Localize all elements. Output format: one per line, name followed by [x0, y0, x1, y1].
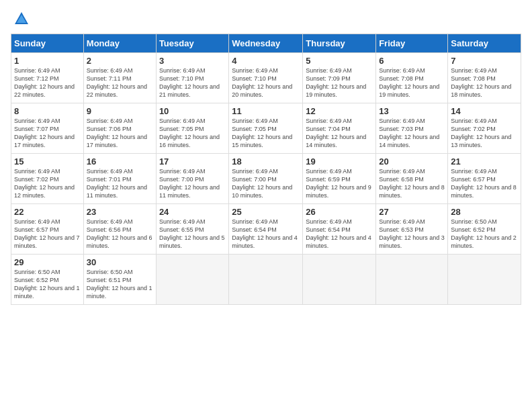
day-detail: Sunrise: 6:49 AMSunset: 7:11 PMDaylight:…: [87, 66, 153, 99]
day-detail: Sunrise: 6:49 AMSunset: 7:00 PMDaylight:…: [232, 167, 300, 200]
calendar-cell: 27Sunrise: 6:49 AMSunset: 6:53 PMDayligh…: [376, 204, 448, 255]
calendar-cell: 22Sunrise: 6:49 AMSunset: 6:57 PMDayligh…: [11, 204, 84, 255]
day-number: 22: [14, 207, 81, 217]
day-number: 10: [159, 106, 226, 116]
calendar-cell: 7Sunrise: 6:49 AMSunset: 7:08 PMDaylight…: [448, 53, 521, 103]
day-number: 1: [14, 56, 81, 66]
day-number: 15: [14, 156, 81, 167]
day-detail: Sunrise: 6:49 AMSunset: 7:09 PMDaylight:…: [306, 66, 373, 99]
day-detail: Sunrise: 6:49 AMSunset: 7:08 PMDaylight:…: [451, 66, 518, 99]
day-number: 9: [87, 106, 153, 116]
calendar-cell: 4Sunrise: 6:49 AMSunset: 7:10 PMDaylight…: [229, 53, 303, 103]
logo: [11, 11, 31, 27]
calendar-cell: 18Sunrise: 6:49 AMSunset: 7:00 PMDayligh…: [229, 154, 303, 204]
calendar-cell: 12Sunrise: 6:49 AMSunset: 7:04 PMDayligh…: [303, 103, 376, 154]
calendar-cell: 14Sunrise: 6:49 AMSunset: 7:02 PMDayligh…: [448, 103, 521, 154]
week-row-1: 1Sunrise: 6:49 AMSunset: 7:12 PMDaylight…: [11, 53, 521, 103]
calendar-cell: [156, 255, 228, 305]
calendar-col-sunday: Sunday: [11, 34, 84, 53]
day-detail: Sunrise: 6:49 AMSunset: 6:55 PMDaylight:…: [159, 218, 226, 250]
logo-icon: [13, 11, 30, 27]
day-number: 13: [379, 106, 445, 116]
day-detail: Sunrise: 6:49 AMSunset: 7:04 PMDaylight:…: [306, 117, 373, 150]
day-number: 21: [451, 156, 518, 167]
calendar-cell: 11Sunrise: 6:49 AMSunset: 7:05 PMDayligh…: [229, 103, 303, 154]
day-detail: Sunrise: 6:49 AMSunset: 6:54 PMDaylight:…: [232, 218, 300, 250]
day-number: 3: [159, 56, 226, 66]
calendar-cell: 19Sunrise: 6:49 AMSunset: 6:59 PMDayligh…: [303, 154, 376, 204]
day-number: 6: [379, 56, 445, 66]
calendar-cell: 28Sunrise: 6:50 AMSunset: 6:52 PMDayligh…: [448, 204, 521, 255]
calendar-cell: 6Sunrise: 6:49 AMSunset: 7:08 PMDaylight…: [376, 53, 448, 103]
calendar-cell: 13Sunrise: 6:49 AMSunset: 7:03 PMDayligh…: [376, 103, 448, 154]
calendar-cell: 5Sunrise: 6:49 AMSunset: 7:09 PMDaylight…: [303, 53, 376, 103]
day-number: 4: [232, 56, 300, 66]
calendar-col-thursday: Thursday: [303, 34, 376, 53]
day-detail: Sunrise: 6:50 AMSunset: 6:52 PMDaylight:…: [14, 268, 81, 301]
calendar-cell: 17Sunrise: 6:49 AMSunset: 7:00 PMDayligh…: [156, 154, 228, 204]
day-detail: Sunrise: 6:49 AMSunset: 6:58 PMDaylight:…: [379, 167, 445, 200]
calendar-cell: 24Sunrise: 6:49 AMSunset: 6:55 PMDayligh…: [156, 204, 228, 255]
page: SundayMondayTuesdayWednesdayThursdayFrid…: [0, 0, 532, 411]
calendar-col-wednesday: Wednesday: [229, 34, 303, 53]
week-row-5: 29Sunrise: 6:50 AMSunset: 6:52 PMDayligh…: [11, 255, 521, 305]
calendar-col-friday: Friday: [376, 34, 448, 53]
day-number: 27: [379, 207, 445, 217]
day-detail: Sunrise: 6:49 AMSunset: 7:10 PMDaylight:…: [232, 66, 300, 99]
calendar-cell: 29Sunrise: 6:50 AMSunset: 6:52 PMDayligh…: [11, 255, 84, 305]
day-detail: Sunrise: 6:49 AMSunset: 6:57 PMDaylight:…: [451, 167, 518, 200]
day-detail: Sunrise: 6:49 AMSunset: 7:02 PMDaylight:…: [14, 167, 81, 200]
day-detail: Sunrise: 6:49 AMSunset: 7:12 PMDaylight:…: [14, 66, 81, 99]
day-detail: Sunrise: 6:49 AMSunset: 7:00 PMDaylight:…: [159, 167, 226, 200]
calendar-cell: 10Sunrise: 6:49 AMSunset: 7:05 PMDayligh…: [156, 103, 228, 154]
calendar-cell: [448, 255, 521, 305]
calendar: SundayMondayTuesdayWednesdayThursdayFrid…: [11, 34, 521, 305]
day-number: 8: [14, 106, 81, 116]
day-detail: Sunrise: 6:49 AMSunset: 6:57 PMDaylight:…: [14, 218, 81, 250]
week-row-3: 15Sunrise: 6:49 AMSunset: 7:02 PMDayligh…: [11, 154, 521, 204]
day-detail: Sunrise: 6:49 AMSunset: 7:06 PMDaylight:…: [87, 117, 153, 150]
day-number: 30: [87, 257, 153, 267]
day-number: 17: [159, 156, 226, 167]
week-row-4: 22Sunrise: 6:49 AMSunset: 6:57 PMDayligh…: [11, 204, 521, 255]
day-number: 25: [232, 207, 300, 217]
day-detail: Sunrise: 6:50 AMSunset: 6:52 PMDaylight:…: [451, 218, 518, 250]
day-detail: Sunrise: 6:49 AMSunset: 6:56 PMDaylight:…: [87, 218, 153, 250]
calendar-cell: 8Sunrise: 6:49 AMSunset: 7:07 PMDaylight…: [11, 103, 84, 154]
header: [11, 11, 521, 27]
day-detail: Sunrise: 6:49 AMSunset: 7:10 PMDaylight:…: [159, 66, 226, 99]
day-detail: Sunrise: 6:49 AMSunset: 7:05 PMDaylight:…: [159, 117, 226, 150]
day-number: 24: [159, 207, 226, 217]
calendar-cell: 1Sunrise: 6:49 AMSunset: 7:12 PMDaylight…: [11, 53, 84, 103]
week-row-2: 8Sunrise: 6:49 AMSunset: 7:07 PMDaylight…: [11, 103, 521, 154]
day-detail: Sunrise: 6:49 AMSunset: 6:53 PMDaylight:…: [379, 218, 445, 250]
calendar-col-monday: Monday: [83, 34, 156, 53]
calendar-cell: 9Sunrise: 6:49 AMSunset: 7:06 PMDaylight…: [83, 103, 156, 154]
day-detail: Sunrise: 6:49 AMSunset: 7:07 PMDaylight:…: [14, 117, 81, 150]
calendar-cell: [303, 255, 376, 305]
day-number: 19: [306, 156, 373, 167]
calendar-header-row: SundayMondayTuesdayWednesdayThursdayFrid…: [11, 34, 521, 53]
calendar-cell: 2Sunrise: 6:49 AMSunset: 7:11 PMDaylight…: [83, 53, 156, 103]
calendar-cell: 16Sunrise: 6:49 AMSunset: 7:01 PMDayligh…: [83, 154, 156, 204]
day-number: 18: [232, 156, 300, 167]
day-number: 12: [306, 106, 373, 116]
calendar-col-tuesday: Tuesday: [156, 34, 228, 53]
day-number: 26: [306, 207, 373, 217]
day-number: 7: [451, 56, 518, 66]
day-detail: Sunrise: 6:49 AMSunset: 7:08 PMDaylight:…: [379, 66, 445, 99]
calendar-cell: [376, 255, 448, 305]
day-number: 5: [306, 56, 373, 66]
day-number: 14: [451, 106, 518, 116]
calendar-cell: 25Sunrise: 6:49 AMSunset: 6:54 PMDayligh…: [229, 204, 303, 255]
day-number: 16: [87, 156, 153, 167]
day-number: 23: [87, 207, 153, 217]
day-detail: Sunrise: 6:49 AMSunset: 7:03 PMDaylight:…: [379, 117, 445, 150]
day-detail: Sunrise: 6:49 AMSunset: 6:59 PMDaylight:…: [306, 167, 373, 200]
day-number: 28: [451, 207, 518, 217]
day-number: 11: [232, 106, 300, 116]
day-detail: Sunrise: 6:49 AMSunset: 7:02 PMDaylight:…: [451, 117, 518, 150]
calendar-cell: 30Sunrise: 6:50 AMSunset: 6:51 PMDayligh…: [83, 255, 156, 305]
day-number: 2: [87, 56, 153, 66]
day-number: 20: [379, 156, 445, 167]
